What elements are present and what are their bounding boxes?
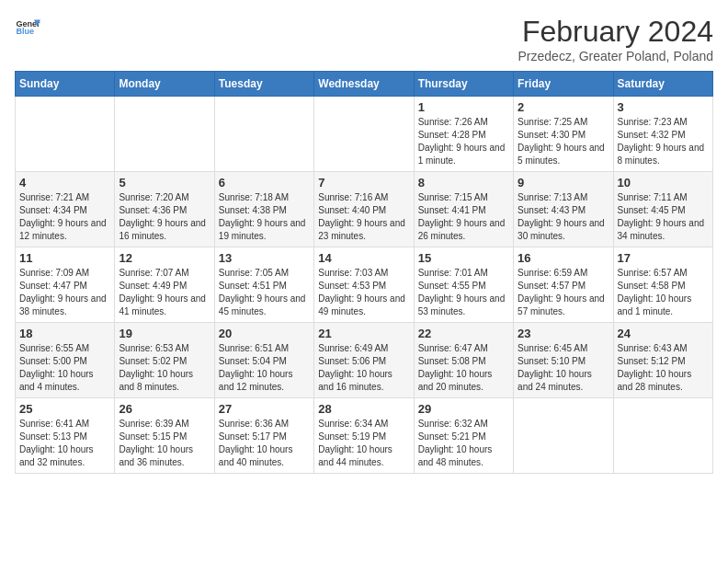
calendar-cell: 23Sunrise: 6:45 AM Sunset: 5:10 PM Dayli… [514,323,613,398]
day-info: Sunrise: 7:05 AM Sunset: 4:51 PM Dayligh… [219,267,310,318]
logo-icon: General Blue [15,15,40,40]
day-info: Sunrise: 7:01 AM Sunset: 4:55 PM Dayligh… [418,267,509,318]
day-info: Sunrise: 6:59 AM Sunset: 4:57 PM Dayligh… [518,267,609,318]
day-info: Sunrise: 7:13 AM Sunset: 4:43 PM Dayligh… [518,191,609,243]
calendar-cell: 4Sunrise: 7:21 AM Sunset: 4:34 PM Daylig… [16,172,115,247]
week-row-4: 18Sunrise: 6:55 AM Sunset: 5:00 PM Dayli… [16,323,713,398]
day-info: Sunrise: 7:26 AM Sunset: 4:28 PM Dayligh… [418,116,509,167]
day-info: Sunrise: 6:51 AM Sunset: 5:04 PM Dayligh… [219,342,310,394]
weekday-header-wednesday: Wednesday [314,72,414,97]
calendar-cell: 11Sunrise: 7:09 AM Sunset: 4:47 PM Dayli… [16,247,115,323]
day-number: 22 [418,327,509,340]
calendar-cell [214,97,313,172]
day-info: Sunrise: 7:11 AM Sunset: 4:45 PM Dayligh… [618,191,709,243]
day-info: Sunrise: 6:45 AM Sunset: 5:10 PM Dayligh… [518,342,609,394]
calendar-table: SundayMondayTuesdayWednesdayThursdayFrid… [15,71,713,474]
calendar-cell: 6Sunrise: 7:18 AM Sunset: 4:38 PM Daylig… [214,172,313,247]
day-number: 12 [119,251,210,265]
day-info: Sunrise: 6:41 AM Sunset: 5:13 PM Dayligh… [19,418,110,469]
calendar-cell: 10Sunrise: 7:11 AM Sunset: 4:45 PM Dayli… [613,172,712,247]
day-info: Sunrise: 6:36 AM Sunset: 5:17 PM Dayligh… [219,418,310,469]
calendar-cell: 14Sunrise: 7:03 AM Sunset: 4:53 PM Dayli… [314,247,414,323]
calendar-cell: 7Sunrise: 7:16 AM Sunset: 4:40 PM Daylig… [314,172,414,247]
day-info: Sunrise: 6:53 AM Sunset: 5:02 PM Dayligh… [119,342,210,394]
day-number: 26 [119,402,210,416]
day-number: 15 [418,251,509,265]
calendar-cell [314,97,414,172]
day-info: Sunrise: 6:55 AM Sunset: 5:00 PM Dayligh… [19,342,110,394]
day-number: 1 [418,100,509,114]
day-number: 18 [19,327,110,340]
calendar-cell: 2Sunrise: 7:25 AM Sunset: 4:30 PM Daylig… [514,97,613,172]
title-section: February 2024 Przedecz, Greater Poland, … [518,15,713,63]
day-number: 3 [618,100,709,114]
day-number: 9 [518,176,609,190]
week-row-2: 4Sunrise: 7:21 AM Sunset: 4:34 PM Daylig… [16,172,713,247]
calendar-cell: 16Sunrise: 6:59 AM Sunset: 4:57 PM Dayli… [514,247,613,323]
day-info: Sunrise: 6:49 AM Sunset: 5:06 PM Dayligh… [318,342,409,394]
calendar-cell: 18Sunrise: 6:55 AM Sunset: 5:00 PM Dayli… [16,323,115,398]
weekday-header-tuesday: Tuesday [214,72,313,97]
weekday-header-saturday: Saturday [613,72,712,97]
calendar-cell [613,398,712,474]
calendar-cell: 29Sunrise: 6:32 AM Sunset: 5:21 PM Dayli… [414,398,513,474]
day-info: Sunrise: 7:21 AM Sunset: 4:34 PM Dayligh… [19,191,110,243]
day-number: 25 [19,402,110,416]
day-info: Sunrise: 7:16 AM Sunset: 4:40 PM Dayligh… [318,191,409,243]
day-number: 20 [219,327,310,340]
day-info: Sunrise: 6:47 AM Sunset: 5:08 PM Dayligh… [418,342,509,394]
calendar-title: February 2024 [518,15,713,49]
day-number: 17 [618,251,709,265]
day-info: Sunrise: 6:32 AM Sunset: 5:21 PM Dayligh… [418,418,509,469]
calendar-cell: 21Sunrise: 6:49 AM Sunset: 5:06 PM Dayli… [314,323,414,398]
calendar-cell: 26Sunrise: 6:39 AM Sunset: 5:15 PM Dayli… [115,398,214,474]
weekday-header-row: SundayMondayTuesdayWednesdayThursdayFrid… [16,72,713,97]
calendar-cell: 27Sunrise: 6:36 AM Sunset: 5:17 PM Dayli… [214,398,313,474]
day-number: 19 [119,327,210,340]
day-info: Sunrise: 7:09 AM Sunset: 4:47 PM Dayligh… [19,267,110,318]
day-info: Sunrise: 6:43 AM Sunset: 5:12 PM Dayligh… [618,342,709,394]
day-number: 8 [418,176,509,190]
calendar-cell: 22Sunrise: 6:47 AM Sunset: 5:08 PM Dayli… [414,323,513,398]
day-number: 16 [518,251,609,265]
calendar-cell [514,398,613,474]
day-info: Sunrise: 6:57 AM Sunset: 4:58 PM Dayligh… [618,267,709,318]
calendar-cell: 28Sunrise: 6:34 AM Sunset: 5:19 PM Dayli… [314,398,414,474]
day-info: Sunrise: 7:20 AM Sunset: 4:36 PM Dayligh… [119,191,210,243]
day-number: 21 [318,327,409,340]
day-number: 4 [19,176,110,190]
day-info: Sunrise: 7:25 AM Sunset: 4:30 PM Dayligh… [518,116,609,167]
day-info: Sunrise: 7:23 AM Sunset: 4:32 PM Dayligh… [618,116,709,167]
week-row-5: 25Sunrise: 6:41 AM Sunset: 5:13 PM Dayli… [16,398,713,474]
day-number: 14 [318,251,409,265]
calendar-cell: 17Sunrise: 6:57 AM Sunset: 4:58 PM Dayli… [613,247,712,323]
logo: General Blue [15,15,40,40]
calendar-cell: 1Sunrise: 7:26 AM Sunset: 4:28 PM Daylig… [414,97,513,172]
week-row-3: 11Sunrise: 7:09 AM Sunset: 4:47 PM Dayli… [16,247,713,323]
svg-text:Blue: Blue [16,27,34,36]
day-info: Sunrise: 6:34 AM Sunset: 5:19 PM Dayligh… [318,418,409,469]
calendar-cell: 13Sunrise: 7:05 AM Sunset: 4:51 PM Dayli… [214,247,313,323]
day-info: Sunrise: 7:18 AM Sunset: 4:38 PM Dayligh… [219,191,310,243]
calendar-cell: 3Sunrise: 7:23 AM Sunset: 4:32 PM Daylig… [613,97,712,172]
calendar-cell: 5Sunrise: 7:20 AM Sunset: 4:36 PM Daylig… [115,172,214,247]
weekday-header-friday: Friday [514,72,613,97]
calendar-cell: 15Sunrise: 7:01 AM Sunset: 4:55 PM Dayli… [414,247,513,323]
week-row-1: 1Sunrise: 7:26 AM Sunset: 4:28 PM Daylig… [16,97,713,172]
day-number: 24 [618,327,709,340]
day-number: 13 [219,251,310,265]
calendar-cell: 9Sunrise: 7:13 AM Sunset: 4:43 PM Daylig… [514,172,613,247]
day-number: 11 [19,251,110,265]
weekday-header-monday: Monday [115,72,214,97]
day-info: Sunrise: 6:39 AM Sunset: 5:15 PM Dayligh… [119,418,210,469]
calendar-cell: 20Sunrise: 6:51 AM Sunset: 5:04 PM Dayli… [214,323,313,398]
page-header: General Blue February 2024 Przedecz, Gre… [15,15,713,63]
calendar-cell [115,97,214,172]
day-info: Sunrise: 7:15 AM Sunset: 4:41 PM Dayligh… [418,191,509,243]
calendar-cell: 25Sunrise: 6:41 AM Sunset: 5:13 PM Dayli… [16,398,115,474]
day-number: 23 [518,327,609,340]
calendar-cell: 24Sunrise: 6:43 AM Sunset: 5:12 PM Dayli… [613,323,712,398]
day-number: 10 [618,176,709,190]
day-number: 5 [119,176,210,190]
calendar-subtitle: Przedecz, Greater Poland, Poland [518,49,713,63]
